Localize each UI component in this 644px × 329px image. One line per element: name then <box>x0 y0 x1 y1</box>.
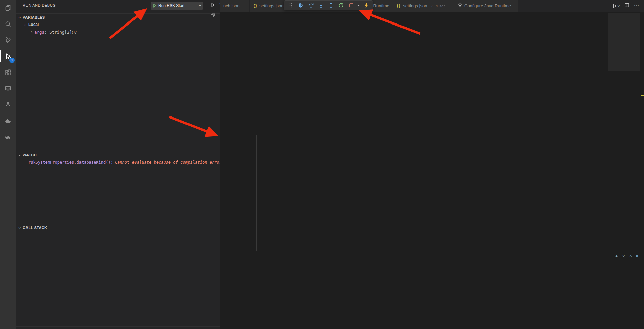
debug-toolbar: › <box>284 0 373 10</box>
step-into-icon[interactable] <box>316 1 325 9</box>
variables-section-header[interactable]: ›VARIABLES <box>16 13 220 21</box>
json-icon: {} <box>396 4 401 8</box>
panel-actions: + › › × <box>615 253 639 259</box>
run-and-debug-icon[interactable]: 1 <box>0 48 16 64</box>
code-editor[interactable] <box>220 19 608 251</box>
toolbar-drag-grip[interactable] <box>286 1 295 9</box>
extensions-icon[interactable] <box>0 64 16 81</box>
watch-section-header[interactable]: ›WATCH <box>16 151 220 158</box>
run-file-button[interactable]: › <box>612 4 620 8</box>
tab-settings-json[interactable]: {}settings.json~/.../User <box>393 0 454 12</box>
gear-icon[interactable] <box>209 2 216 10</box>
bottom-panel: + › › × <box>220 251 644 329</box>
editor-group: nch.json{}settings.jsonConfigure Java Ru… <box>220 0 644 251</box>
tab-label: Configure Java Runtime <box>464 3 511 8</box>
watch-expression[interactable]: rskSystemProperties.databaseKind(): Cann… <box>16 159 220 166</box>
json-icon: {} <box>253 4 257 8</box>
tab-configure-java-runtime[interactable]: Configure Java Runtime <box>454 0 519 12</box>
more-actions-icon[interactable]: ··· <box>219 1 220 6</box>
close-panel-icon[interactable]: × <box>636 253 639 259</box>
launch-config-dropdown[interactable]: Run RSK Start › <box>151 2 203 10</box>
step-over-icon[interactable] <box>306 1 315 9</box>
split-editor-icon[interactable] <box>624 3 629 9</box>
maximize-panel-icon[interactable]: › <box>629 255 632 257</box>
tab-label: settings.json <box>259 3 283 8</box>
docker-icon[interactable] <box>0 113 16 129</box>
step-out-icon[interactable] <box>326 1 335 9</box>
source-control-icon[interactable] <box>0 32 16 48</box>
explorer-icon[interactable] <box>0 0 16 16</box>
variable-args[interactable]: › args: String[2]@7 <box>16 28 220 36</box>
debug-badge: 1 <box>9 58 15 63</box>
vscode-window: 1 RUN AND DEBUG Run RSK Start › ··· <box>0 0 644 329</box>
run-and-debug-sidebar: RUN AND DEBUG Run RSK Start › ··· ›VARIA… <box>16 0 220 329</box>
tab-label: settings.json <box>403 3 427 8</box>
tab-nch-json[interactable]: nch.json <box>220 0 250 12</box>
overview-ruler[interactable] <box>640 0 644 251</box>
tab-label: nch.json <box>223 3 239 8</box>
sidebar-title: RUN AND DEBUG <box>23 3 56 7</box>
gradle-icon[interactable] <box>0 129 16 145</box>
editor-actions: › ··· <box>612 0 644 12</box>
call-stack-section-header[interactable]: ›CALL STACK <box>16 224 220 231</box>
minimap[interactable] <box>608 13 640 251</box>
tab-path-suffix: ~/.../User <box>429 4 445 8</box>
java-runtime-icon <box>458 3 462 9</box>
search-icon[interactable] <box>0 16 16 32</box>
current-line-mark <box>641 95 644 96</box>
terminal-dropdown-icon[interactable]: › <box>622 255 626 257</box>
chevron-down-icon: › <box>617 5 621 7</box>
hot-code-replace-icon[interactable] <box>362 1 371 9</box>
stop-dropdown-icon[interactable]: › <box>357 1 361 9</box>
breakpoints-section-header[interactable]: ›BREAKPOINTS <box>16 326 220 329</box>
stop-icon[interactable] <box>346 1 356 9</box>
play-icon <box>153 4 157 8</box>
chevron-down-icon: › <box>199 5 202 7</box>
launch-config-label: Run RSK Start <box>158 3 199 8</box>
variables-scope-local[interactable]: ›Local <box>16 21 220 28</box>
restart-icon[interactable] <box>336 1 345 9</box>
testing-icon[interactable] <box>0 97 16 113</box>
more-actions-icon[interactable]: ··· <box>634 3 639 9</box>
new-terminal-icon[interactable]: + <box>615 253 618 259</box>
activity-bar: 1 <box>0 0 16 329</box>
remote-explorer-icon[interactable] <box>0 81 16 97</box>
continue-icon[interactable] <box>296 1 305 9</box>
